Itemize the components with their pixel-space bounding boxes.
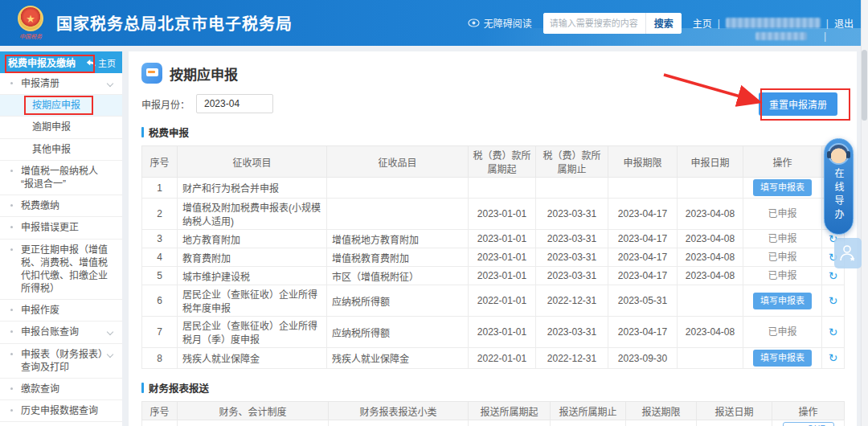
column-header: 申报日期 — [678, 146, 743, 178]
table-cell: 残疾人就业保障金 — [327, 348, 469, 369]
sidebar-item[interactable]: 缴款查询 — [0, 379, 122, 400]
action-button[interactable]: 填写申报表 — [753, 293, 812, 309]
table-cell: 5 — [142, 267, 178, 285]
column-header: 征收品目 — [327, 146, 469, 178]
sidebar-item[interactable]: 增值税一般纳税人“报退合一” — [0, 161, 122, 195]
finance-section-title: 财务报表报送 — [141, 380, 857, 395]
table-cell: 2022-01-01 — [469, 348, 536, 369]
accessibility-link[interactable]: 无障碍阅读 — [468, 16, 532, 30]
sidebar-item-label: 按期应申报 — [32, 99, 80, 112]
table-row: 5城市维护建设税市区（增值税附征）2023-01-012023-03-31202… — [142, 267, 845, 285]
bullet-dot — [10, 204, 13, 207]
table-cell: 7 — [142, 317, 178, 348]
masked-username-line2 — [755, 32, 807, 40]
chevron-down-icon — [107, 350, 113, 357]
emblem-icon: ★ — [18, 6, 43, 31]
sidebar-title: 税费申报及缴纳 — [8, 55, 76, 69]
sidebar-item[interactable]: 申报清册 — [0, 73, 122, 95]
refresh-icon[interactable]: ↻ — [829, 351, 838, 364]
table-cell: 1 — [142, 178, 178, 199]
table-cell: 增值税教育费附加 — [327, 248, 469, 267]
table-cell: 2023-04-08 — [678, 267, 743, 285]
table-cell: 6 — [142, 285, 178, 317]
page-scrollbar[interactable] — [861, 0, 868, 426]
table-cell: 2023-01-01 — [469, 230, 536, 248]
table-cell: 3 — [142, 230, 178, 248]
table-cell — [327, 178, 469, 199]
table-row: 4教育费附加增值税教育费附加2023-01-012023-03-312023-0… — [142, 248, 845, 267]
table-cell: 8 — [142, 348, 178, 369]
sidebar-item[interactable]: 申报作废 — [0, 300, 122, 322]
online-guide-button[interactable]: 在线导办 — [824, 138, 854, 235]
table-cell: 2023-01-01 — [469, 199, 536, 230]
sidebar-item[interactable]: 更正往期申报（增值税、消费税、增值税代扣代缴、扣缴企业所得税） — [0, 240, 122, 301]
action-button[interactable]: 更正财报 — [783, 422, 834, 426]
table-cell: 企业会计准则 — [178, 420, 329, 426]
page-title: 按期应申报 — [170, 63, 238, 84]
table-row: 1财产和行为税合并申报填写申报表↻ — [142, 178, 845, 199]
table-cell: 2023-04-17 — [608, 248, 678, 267]
sidebar-item-active[interactable]: 按期应申报 — [0, 95, 122, 117]
brand: ★ 中国税务 国家税务总局北京市电子税务局 — [13, 6, 293, 40]
table-cell: 2023-04-17 — [608, 230, 678, 248]
column-header: 税（费）款所属期起 — [469, 146, 536, 178]
sidebar-home-link[interactable]: 主页 — [86, 56, 116, 69]
sidebar-item[interactable]: 申报错误更正 — [0, 217, 122, 239]
refresh-icon[interactable]: ↻ — [829, 269, 838, 282]
table-cell: 2023-04-17 — [608, 199, 678, 230]
scrollbar-thumb[interactable] — [862, 50, 867, 121]
column-header: 操作 — [772, 402, 845, 420]
search-button[interactable]: 搜索 — [645, 13, 682, 34]
table-cell: 2 — [142, 199, 178, 230]
table-cell: 2022-01-01 — [469, 420, 551, 426]
sidebar-item[interactable]: 申报台账查询 — [0, 322, 122, 343]
table-row: 3地方教育附加增值税地方教育附加2023-01-012023-03-312023… — [142, 230, 845, 248]
user-links: 主页 | | 退出 | — [693, 16, 854, 30]
table-cell: 1 — [142, 420, 178, 426]
column-header: 申报期限 — [608, 146, 678, 178]
sidebar-item[interactable]: 申报辅助信息报告 — [0, 422, 122, 426]
masked-username — [726, 18, 821, 28]
table-cell — [327, 199, 469, 230]
back-arrow-icon — [86, 59, 96, 67]
contact-person-button[interactable] — [834, 238, 862, 268]
assistant-avatar — [828, 143, 850, 165]
table-cell — [536, 178, 608, 199]
sidebar-item-label: 历史申报数据查询 — [21, 404, 98, 417]
table-cell: 2023-04-08 — [678, 248, 743, 267]
table-cell: 2023-05-31 — [608, 285, 678, 317]
bullet-dot — [10, 82, 13, 84]
home-link[interactable]: 主页 — [693, 16, 712, 30]
sidebar-item-label: 更正往期申报（增值税、消费税、增值税代扣代缴、扣缴企业所得税） — [21, 244, 108, 296]
bullet-dot — [10, 409, 13, 412]
sidebar-item[interactable]: 逾期申报 — [0, 117, 122, 138]
table-cell: 2023-04-08 — [678, 230, 743, 248]
sidebar-item[interactable]: 其他申报 — [0, 139, 122, 161]
table-cell: 财产和行为税合并申报 — [178, 178, 327, 199]
bullet-dot — [10, 309, 13, 311]
table-cell: 2023-04-17 — [608, 267, 678, 285]
action-button[interactable]: 填写申报表 — [753, 179, 812, 196]
month-input[interactable] — [196, 94, 273, 113]
refresh-icon[interactable]: ↻ — [829, 294, 838, 307]
bullet-dot — [10, 226, 13, 228]
column-header: 操作 — [743, 146, 822, 178]
sidebar-item[interactable]: 税费缴纳 — [0, 195, 122, 217]
column-header: 序号 — [142, 402, 178, 420]
logout-link[interactable]: 退出 — [834, 16, 854, 30]
sidebar-item[interactable]: 历史申报数据查询 — [0, 400, 122, 422]
table-cell: 2022-12-31 — [551, 420, 626, 426]
table-cell: 增值税及附加税费申报表(小规模纳税人适用) — [178, 199, 327, 230]
table-cell: 4 — [142, 248, 178, 267]
eye-icon — [468, 18, 480, 27]
status-text: 已申报 — [768, 252, 796, 262]
tax-emblem-logo: ★ 中国税务 — [13, 6, 48, 40]
table-cell: 2023-01-01 — [469, 267, 536, 285]
action-button[interactable]: 填写申报表 — [753, 350, 812, 367]
table-cell: 城市维护建设税 — [178, 267, 327, 285]
reset-declaration-button[interactable]: 重置申报清册 — [759, 92, 837, 116]
search-input[interactable] — [543, 13, 645, 34]
refresh-icon[interactable]: ↻ — [829, 326, 838, 338]
sidebar-item-label: 增值税一般纳税人“报退合一” — [21, 165, 108, 190]
sidebar-item[interactable]: 申报表（财务报表）查询及打印 — [0, 344, 122, 379]
